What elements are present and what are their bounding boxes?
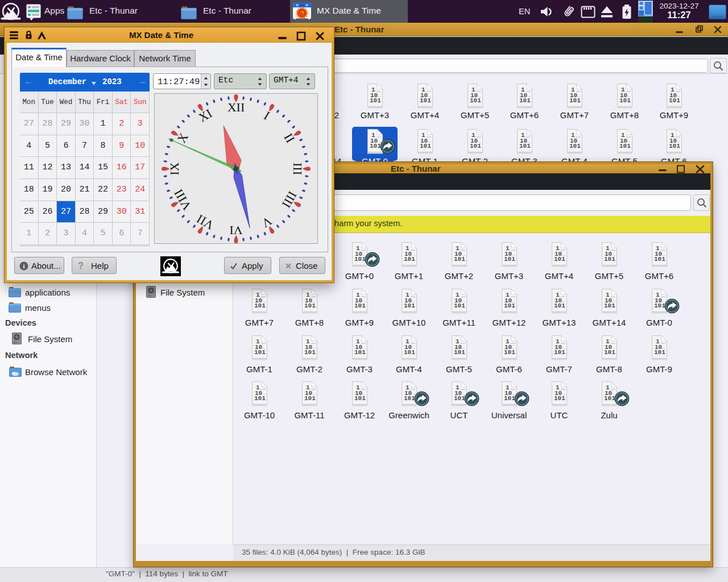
svg-text:101: 101 — [404, 256, 415, 263]
svg-text:101: 101 — [604, 302, 615, 309]
svg-text:I: I — [262, 108, 272, 122]
svg-text:VI: VI — [229, 223, 242, 238]
svg-text:101: 101 — [669, 143, 680, 149]
svg-text:101: 101 — [669, 97, 680, 104]
svg-text:101: 101 — [569, 97, 581, 104]
svg-text:101: 101 — [654, 349, 665, 356]
svg-text:101: 101 — [254, 395, 266, 402]
svg-text:101: 101 — [654, 256, 665, 263]
svg-text:XI: XI — [196, 106, 214, 124]
svg-text:101: 101 — [304, 395, 316, 402]
svg-text:VII: VII — [194, 211, 216, 232]
svg-text:101: 101 — [454, 302, 465, 309]
svg-text:101: 101 — [554, 302, 565, 309]
svg-text:101: 101 — [470, 143, 481, 149]
svg-text:XII: XII — [228, 100, 245, 114]
svg-text:VIII: VIII — [171, 187, 195, 213]
svg-text:101: 101 — [619, 143, 631, 149]
svg-text:101: 101 — [404, 302, 415, 309]
svg-text:IX: IX — [167, 162, 181, 175]
svg-text:101: 101 — [554, 256, 565, 263]
svg-text:101: 101 — [604, 256, 615, 263]
svg-text:II: II — [281, 131, 297, 145]
svg-text:101: 101 — [604, 349, 615, 356]
svg-text:101: 101 — [504, 256, 515, 263]
svg-text:101: 101 — [554, 395, 565, 402]
svg-text:i: i — [23, 263, 24, 269]
svg-text:101: 101 — [420, 97, 431, 104]
svg-text:101: 101 — [354, 395, 366, 402]
svg-text:101: 101 — [619, 97, 631, 104]
svg-text:101: 101 — [504, 349, 515, 356]
svg-text:101: 101 — [470, 97, 481, 104]
svg-text:101: 101 — [254, 349, 266, 356]
svg-text:V: V — [259, 214, 274, 231]
svg-text:101: 101 — [254, 302, 266, 309]
svg-text:IIII: IIII — [279, 189, 300, 210]
svg-text:101: 101 — [304, 302, 316, 309]
svg-text:101: 101 — [420, 143, 431, 149]
svg-text:101: 101 — [519, 143, 531, 149]
svg-text:101: 101 — [454, 256, 465, 263]
svg-text:101: 101 — [569, 143, 581, 149]
svg-text:101: 101 — [304, 349, 316, 356]
svg-text:101: 101 — [354, 349, 366, 356]
svg-text:101: 101 — [354, 302, 366, 309]
svg-text:101: 101 — [370, 97, 381, 104]
svg-text:III: III — [291, 163, 305, 175]
svg-text:101: 101 — [454, 349, 465, 356]
svg-text:X: X — [174, 131, 191, 146]
svg-text:101: 101 — [504, 302, 515, 309]
svg-text:101: 101 — [554, 349, 565, 356]
svg-text:101: 101 — [404, 349, 415, 356]
svg-text:101: 101 — [519, 97, 531, 104]
